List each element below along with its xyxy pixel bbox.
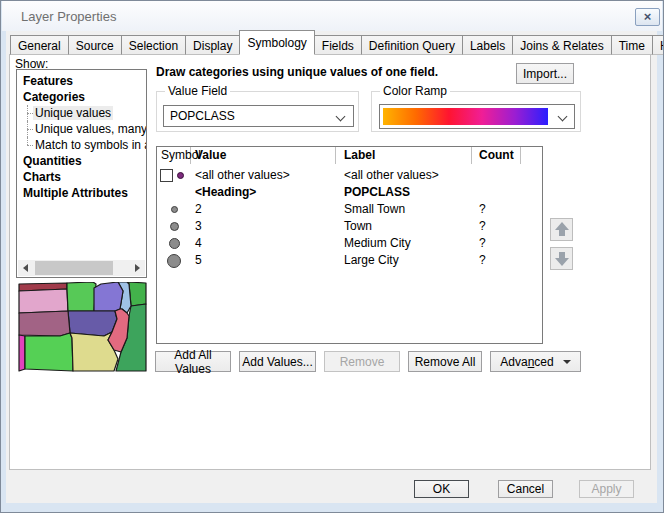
tab-source[interactable]: Source <box>68 35 122 55</box>
all-other-values-checkbox[interactable] <box>160 169 173 182</box>
column-header-value[interactable]: Value <box>191 147 336 164</box>
table-row[interactable]: 5Large City? <box>157 252 542 269</box>
cancel-button[interactable]: Cancel <box>498 480 553 498</box>
point-symbol-icon[interactable] <box>177 172 184 179</box>
table-row[interactable]: 3Town? <box>157 218 542 235</box>
cell-count: ? <box>479 201 486 218</box>
show-item-label: Unique values <box>33 106 113 120</box>
map-preview <box>17 282 147 373</box>
cell-count: ? <box>479 218 486 235</box>
caret-down-icon <box>563 360 571 364</box>
cell-label: Large City <box>344 252 399 269</box>
cell-value: 3 <box>195 218 202 235</box>
scrollbar-thumb[interactable] <box>35 261 113 275</box>
add-all-values-button[interactable]: Add All Values <box>155 351 231 372</box>
symbol-table-body: <all other values><all other values><Hea… <box>157 167 542 269</box>
point-symbol-icon[interactable] <box>167 254 181 268</box>
table-row[interactable]: <Heading>POPCLASS <box>157 184 542 201</box>
value-field-group: Value Field POPCLASS <box>156 91 359 132</box>
color-ramp-label: Color Ramp <box>380 84 450 98</box>
color-ramp-swatch <box>383 108 548 125</box>
color-ramp-combobox[interactable] <box>379 104 575 129</box>
cell-label: Town <box>344 218 372 235</box>
tab-definition-query[interactable]: Definition Query <box>361 35 463 55</box>
show-item-multiple-attributes[interactable]: Multiple Attributes <box>17 185 146 201</box>
tab-symbology[interactable]: Symbology <box>239 30 314 55</box>
chevron-down-icon[interactable] <box>558 112 568 122</box>
ok-button[interactable]: OK <box>414 480 469 498</box>
show-list-hscrollbar[interactable] <box>18 260 145 276</box>
cell-label: POPCLASS <box>344 184 410 201</box>
cell-value: 5 <box>195 252 202 269</box>
tab-display[interactable]: Display <box>185 35 240 55</box>
title-bar: Layer Properties <box>2 1 662 31</box>
show-item-label: Match to symbols in a <box>35 138 147 152</box>
show-item-unique-values-many[interactable]: Unique values, many <box>17 121 146 137</box>
table-row[interactable]: <all other values><all other values> <box>157 167 542 184</box>
cell-label: Medium City <box>344 235 411 252</box>
tab-joins-relates[interactable]: Joins & Relates <box>512 35 611 55</box>
cell-label: Small Town <box>344 201 405 218</box>
cell-value: <all other values> <box>195 167 290 184</box>
value-field-label: Value Field <box>165 84 230 98</box>
show-list[interactable]: FeaturesCategoriesUnique valuesUnique va… <box>16 69 147 278</box>
advanced-button[interactable]: Advanced <box>490 351 581 372</box>
show-item-unique-values[interactable]: Unique values <box>17 105 146 121</box>
show-item-label: Features <box>23 74 73 88</box>
show-item-quantities[interactable]: Quantities <box>17 153 146 169</box>
show-item-label: Quantities <box>23 154 82 168</box>
table-row[interactable]: 2Small Town? <box>157 201 542 218</box>
import-button[interactable]: Import... <box>516 63 574 84</box>
tab-html-popup[interactable]: HTML Popup <box>652 35 664 55</box>
tab-labels[interactable]: Labels <box>462 35 513 55</box>
map-preview-svg <box>17 282 147 373</box>
down-arrow-icon <box>555 258 569 266</box>
dialog-title: Layer Properties <box>21 9 116 24</box>
point-symbol-icon[interactable] <box>171 206 178 213</box>
column-header-label[interactable]: Label <box>336 147 472 164</box>
value-field-value: POPCLASS <box>170 109 235 123</box>
remove-all-button[interactable]: Remove All <box>408 351 482 372</box>
show-item-charts[interactable]: Charts <box>17 169 146 185</box>
move-up-button[interactable] <box>550 218 573 241</box>
cell-value: <Heading> <box>195 184 256 201</box>
color-ramp-group: Color Ramp <box>371 91 581 132</box>
show-item-label: Unique values, many <box>35 122 147 136</box>
tab-bar: GeneralSourceSelectionDisplaySymbologyFi… <box>10 30 664 55</box>
scroll-right-icon[interactable] <box>129 260 145 276</box>
point-symbol-icon[interactable] <box>169 238 180 249</box>
apply-button: Apply <box>579 480 634 498</box>
cell-label: <all other values> <box>344 167 439 184</box>
chevron-down-icon[interactable] <box>336 112 346 122</box>
close-icon[interactable]: × <box>635 8 660 26</box>
show-item-match-to-symbols-in-a[interactable]: Match to symbols in a <box>17 137 146 153</box>
scroll-left-icon[interactable] <box>18 260 34 276</box>
show-item-categories[interactable]: Categories <box>17 89 146 105</box>
column-header-count[interactable]: Count <box>472 147 521 164</box>
cell-count: ? <box>479 252 486 269</box>
cell-value: 4 <box>195 235 202 252</box>
layer-properties-dialog: Layer Properties × GeneralSourceSelectio… <box>0 0 664 513</box>
point-symbol-icon[interactable] <box>170 222 179 231</box>
up-arrow-stem <box>559 230 565 236</box>
tab-fields[interactable]: Fields <box>314 35 362 55</box>
show-item-label: Multiple Attributes <box>23 186 128 200</box>
move-down-button[interactable] <box>550 247 573 270</box>
tab-selection[interactable]: Selection <box>121 35 186 55</box>
show-item-features[interactable]: Features <box>17 73 146 89</box>
page-heading: Draw categories using unique values of o… <box>156 65 438 79</box>
column-header-symbol[interactable]: Symbol <box>157 147 191 164</box>
symbol-table-header: Symbol Value Label Count <box>157 147 542 164</box>
value-field-combobox[interactable]: POPCLASS <box>163 105 354 127</box>
add-values-button[interactable]: Add Values... <box>239 351 316 372</box>
show-items: FeaturesCategoriesUnique valuesUnique va… <box>17 73 146 201</box>
tab-general[interactable]: General <box>10 35 69 55</box>
remove-button: Remove <box>324 351 400 372</box>
symbol-table[interactable]: Symbol Value Label Count <all other valu… <box>156 146 543 344</box>
show-item-label: Charts <box>23 170 61 184</box>
cell-value: 2 <box>195 201 202 218</box>
tab-time[interactable]: Time <box>611 35 653 55</box>
table-row[interactable]: 4Medium City? <box>157 235 542 252</box>
up-arrow-icon <box>555 222 569 230</box>
cell-count: ? <box>479 235 486 252</box>
